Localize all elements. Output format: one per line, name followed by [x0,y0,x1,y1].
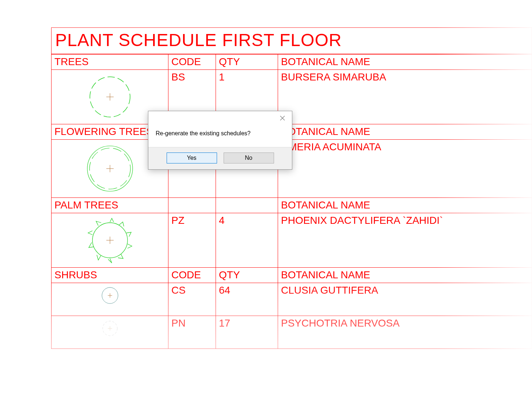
table-row: PN 17 PSYCHOTRIA NERVOSA [52,316,532,349]
section-header-row: TREES CODE QTY BOTANICAL NAME [52,54,532,70]
botanical-cell: UMERIA ACUMINATA [278,140,532,198]
dialog-message: Re-generate the existing schedules? [148,111,292,147]
yes-button[interactable]: Yes [167,152,217,163]
plant-symbol-cell [52,316,168,349]
code-cell: PN [168,316,216,349]
botanical-cell: PSYCHOTRIA NERVOSA [278,316,532,349]
column-header-botanical: BOTANICAL NAME [278,124,532,140]
no-button[interactable]: No [224,152,274,163]
qty-cell: 64 [216,283,278,316]
column-header-qty: QTY [216,268,278,283]
column-header-botanical: BOTANICAL NAME [278,54,532,70]
column-header-qty [216,198,278,213]
botanical-cell: PHOENIX DACTYLIFERA `ZAHIDI` [278,213,532,268]
flowering-tree-disc-icon [83,141,137,196]
category-label: TREES [52,54,168,70]
section-header-row: SHRUBS CODE QTY BOTANICAL NAME [52,268,532,283]
table-row: PZ 4 PHOENIX DACTYLIFERA `ZAHIDI` [52,213,532,268]
confirm-dialog: Re-generate the existing schedules? Yes … [148,111,292,170]
schedule-grid: TREES CODE QTY BOTANICAL NAME BS 1 BURSE… [51,54,532,349]
schedule-title: PLANT SCHEDULE FIRST FLOOR [51,27,532,54]
code-cell: PZ [168,213,216,268]
plant-symbol-cell [52,283,168,316]
column-header-botanical: BOTANICAL NAME [278,198,532,213]
plant-symbol-cell [52,213,168,268]
column-header-code [168,198,216,213]
column-header-botanical: BOTANICAL NAME [278,268,532,283]
column-header-qty: QTY [216,54,278,70]
category-label: SHRUBS [52,268,168,283]
column-header-code: CODE [168,268,216,283]
qty-cell: 17 [216,316,278,349]
shrub-small-gear-icon [99,317,121,339]
palm-cog-icon [84,215,136,266]
table-row: CS 64 CLUSIA GUTTIFERA [52,283,532,316]
column-header-code: CODE [168,54,216,70]
shrub-circle-icon [99,285,121,306]
dialog-button-bar: Yes No [148,147,292,169]
botanical-cell: BURSERA SIMARUBA [278,70,532,124]
section-header-row: PALM TREES BOTANICAL NAME [52,198,532,213]
tree-gear-icon [84,71,136,123]
plant-schedule-table: PLANT SCHEDULE FIRST FLOOR TREES CODE QT… [51,27,532,349]
code-cell: CS [168,283,216,316]
close-icon[interactable] [275,113,290,124]
category-label: PALM TREES [52,198,168,213]
qty-cell: 4 [216,213,278,268]
botanical-cell: CLUSIA GUTTIFERA [278,283,532,316]
